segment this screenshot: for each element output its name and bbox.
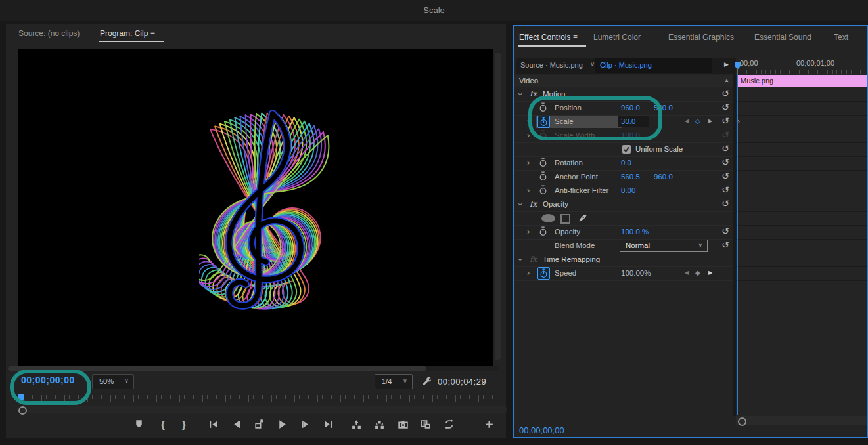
panel-menu-icon[interactable]: ≡ (570, 33, 577, 42)
reset-parameter-button[interactable]: ↺ (721, 185, 729, 194)
export-frame-button[interactable] (395, 416, 411, 432)
prev-keyframe-icon[interactable]: ◀ (685, 270, 689, 276)
stopwatch-toggle[interactable] (539, 185, 547, 198)
stopwatch-toggle[interactable] (539, 226, 547, 239)
effect-row-speed[interactable]: ›Speed100.00%◀◆▶ (514, 266, 733, 281)
play-triangle-icon[interactable]: ▶ (724, 61, 729, 68)
stopwatch-toggle[interactable] (539, 171, 547, 184)
comparison-view-button[interactable] (417, 416, 433, 432)
next-keyframe-icon[interactable]: ▶ (708, 270, 712, 276)
reset-parameter-button[interactable]: ↺ (721, 226, 729, 236)
reset-parameter-button[interactable]: ↺ (721, 130, 729, 139)
expand-chevron-icon[interactable]: › (516, 203, 525, 205)
effect-row-opacity[interactable]: ›Opacity100.0 %↺ (514, 225, 733, 240)
go-to-in-button[interactable] (206, 416, 221, 432)
reset-parameter-button[interactable]: ↺ (721, 89, 729, 98)
stopwatch-icon[interactable] (539, 226, 547, 236)
ellipse-mask-button[interactable] (541, 214, 555, 222)
mark-in-button[interactable]: { (155, 416, 171, 432)
go-to-out-button[interactable] (320, 416, 336, 432)
effects-tab-effect-controls[interactable]: Effect Controls ≡ (519, 33, 578, 42)
stopwatch-icon[interactable] (539, 268, 548, 278)
param-value[interactable]: 100.00% (621, 269, 651, 277)
effect-row-position[interactable]: Position960.0540.0↺ (514, 101, 733, 116)
loop-button[interactable] (441, 416, 457, 432)
stopwatch-toggle[interactable] (537, 267, 550, 280)
play-button[interactable] (274, 416, 290, 432)
expand-chevron-icon[interactable]: › (527, 117, 530, 125)
effects-tab-essential-graphics[interactable]: Essential Graphics (668, 33, 734, 42)
collapse-triangle-icon[interactable]: ▲ (724, 77, 729, 83)
expand-chevron-icon[interactable]: › (527, 227, 530, 236)
stopwatch-toggle[interactable] (537, 116, 550, 128)
timeline-clip-bar[interactable]: Music.png (737, 75, 868, 87)
button-editor-button[interactable] (481, 416, 497, 432)
extract-button[interactable] (348, 416, 364, 432)
effect-row-scale-width[interactable]: ›Scale Width100.0↺ (514, 129, 733, 143)
expand-chevron-icon[interactable]: › (527, 186, 530, 194)
param-value[interactable]: 560.5 (621, 173, 640, 180)
step-forward-button[interactable] (297, 416, 313, 432)
chevron-down-icon[interactable]: ∨ (590, 60, 595, 68)
add-keyframe-icon[interactable]: ◇ (695, 117, 700, 125)
effects-tab-lumetri-color[interactable]: Lumetri Color (593, 33, 641, 42)
effect-row-opacity[interactable]: ›fxOpacity↺ (514, 198, 733, 212)
expand-chevron-icon[interactable]: › (516, 258, 525, 261)
program-timecode[interactable]: 00;00;00;00 (21, 375, 75, 385)
effects-playhead-line[interactable] (737, 62, 738, 415)
effect-row-shapes[interactable] (514, 211, 733, 226)
effect-row-blend-mode[interactable]: Blend ModeNormal∨↺ (514, 239, 733, 253)
reset-parameter-button[interactable]: ↺ (721, 199, 729, 208)
reset-parameter-button[interactable]: ↺ (721, 240, 729, 249)
stopwatch-icon[interactable] (539, 102, 547, 112)
effect-row-anti-flicker-filter[interactable]: ›Anti-flicker Filter0.00↺ (514, 184, 733, 198)
expand-chevron-icon[interactable]: › (527, 268, 530, 277)
monitor-tab-source[interactable]: Source: (no clips) (18, 29, 80, 38)
pen-mask-button[interactable] (578, 213, 588, 226)
stopwatch-icon[interactable] (539, 171, 547, 181)
param-value[interactable]: 0.00 (621, 186, 635, 194)
effects-zoom-scrollbar[interactable] (736, 416, 868, 425)
next-keyframe-icon[interactable]: ▶ (708, 118, 712, 124)
reset-parameter-button[interactable]: ↺ (721, 144, 729, 153)
expand-chevron-icon[interactable]: › (516, 93, 525, 95)
effects-tab-essential-sound[interactable]: Essential Sound (754, 33, 811, 42)
keyframe-lane-arrow-icon[interactable]: › (737, 117, 740, 126)
stopwatch-toggle[interactable] (539, 102, 547, 115)
video-hscroll-track[interactable] (7, 366, 499, 371)
stopwatch-icon[interactable] (539, 185, 547, 195)
prev-keyframe-icon[interactable]: ◀ (685, 118, 689, 124)
stopwatch-icon[interactable] (539, 158, 547, 167)
zoom-scroll-handle[interactable] (738, 417, 746, 426)
video-vscroll-thumb[interactable] (495, 53, 501, 360)
zoom-level-dropdown[interactable]: 50% ∨ (92, 374, 134, 389)
effects-timecode[interactable]: 00;00;00;00 (519, 425, 564, 435)
reset-parameter-button[interactable]: ↺ (721, 158, 729, 167)
multi-camera-button[interactable] (371, 416, 387, 432)
stopwatch-toggle[interactable] (539, 130, 547, 142)
param-value[interactable]: 960.0 (621, 104, 640, 112)
monitor-zoom-scrollbar[interactable] (17, 406, 507, 413)
zoom-scroll-handle[interactable] (18, 406, 27, 415)
expand-chevron-icon[interactable]: › (527, 158, 530, 167)
lift-button[interactable] (251, 416, 267, 432)
playback-resolution-dropdown[interactable]: 1/4 ∨ (375, 374, 413, 389)
monitor-playhead[interactable] (18, 394, 24, 402)
stopwatch-toggle[interactable] (539, 158, 547, 170)
reset-parameter-button[interactable]: ↺ (721, 171, 729, 180)
reset-parameter-button[interactable]: ↺ (721, 102, 729, 112)
monitor-tab-program[interactable]: Program: Cilp ≡ (100, 29, 155, 38)
reset-parameter-button[interactable]: ↺ (721, 116, 729, 125)
effect-row-scale[interactable]: ›Scale30.0◀◇▶↺ (514, 115, 733, 129)
effect-row-anchor-point[interactable]: Anchor Point560.5960.0↺ (514, 170, 733, 184)
uniform-scale-checkbox[interactable] (622, 144, 631, 156)
effect-row-time-remapping[interactable]: ›fxTime Remapping (514, 253, 733, 267)
video-hscroll-thumb[interactable] (8, 366, 426, 371)
step-back-button[interactable] (229, 416, 244, 432)
stopwatch-icon[interactable] (539, 117, 548, 127)
param-value[interactable]: 30.0 (621, 117, 635, 125)
rectangle-mask-button[interactable] (560, 214, 570, 224)
stopwatch-icon[interactable] (539, 130, 547, 140)
param-value[interactable]: 960.0 (654, 173, 673, 180)
add-keyframe-icon[interactable]: ◆ (695, 269, 700, 276)
